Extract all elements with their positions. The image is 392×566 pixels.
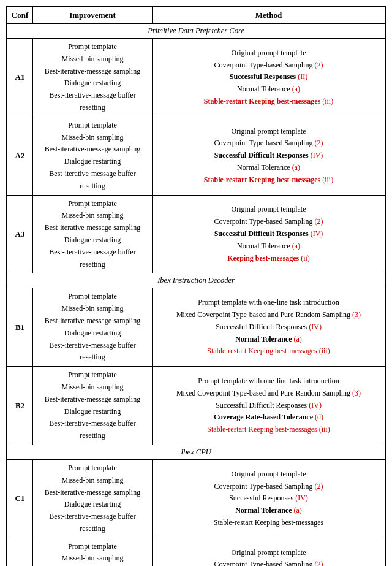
improvement-cell-A2: Prompt templateMissed-bin samplingBest-i…	[33, 117, 153, 195]
row-Primitive-Data-Prefetcher-Core-A1: A1Prompt templateMissed-bin samplingBest…	[7, 39, 385, 117]
method-item: Stable-restart Keeping best-messages (ii…	[156, 424, 381, 436]
improvement-item: Dialogue restarting	[37, 406, 148, 418]
method-item: Stable-restart Keeping best-messages (ii…	[156, 345, 381, 358]
section-header-0: Primitive Data Prefetcher Core	[7, 24, 385, 39]
improvement-item: Prompt template	[37, 120, 148, 132]
conf-cell-C2: C2	[7, 538, 33, 566]
row-Ibex-Instruction-Decoder-B2: B2Prompt templateMissed-bin samplingBest…	[7, 367, 385, 445]
method-item: Successful Difficult Responses (IV)	[156, 228, 381, 240]
improvement-item: Prompt template	[37, 41, 148, 53]
data-table: Conf Improvement Method Primitive Data P…	[7, 7, 385, 566]
improvement-item: Best-iterative-message buffer resetting	[37, 418, 148, 442]
improvement-item: Best-iterative-message buffer resetting	[37, 511, 148, 535]
method-item: Prompt template with one-line task intro…	[156, 297, 381, 309]
table-header-row: Conf Improvement Method	[7, 7, 385, 24]
method-cell-B2: Prompt template with one-line task intro…	[153, 367, 385, 445]
improvement-cell-C2: Prompt templateMissed-bin samplingBest-i…	[33, 538, 153, 566]
section-header-2: Ibex CPU	[7, 445, 385, 459]
method-item: Normal Tolerance (a)	[156, 505, 381, 517]
conf-cell-A2: A2	[7, 117, 33, 195]
method-item: Original prompt template	[156, 547, 381, 559]
method-item: Normal Tolerance (a)	[156, 83, 381, 96]
method-item: Successful Responses (II)	[156, 71, 381, 83]
main-table-container: Conf Improvement Method Primitive Data P…	[6, 6, 386, 566]
improvement-item: Best-iterative-message buffer resetting	[37, 340, 148, 364]
improvement-item: Best-iterative-message sampling	[37, 222, 148, 234]
method-item: Successful Difficult Responses (IV)	[156, 150, 381, 162]
method-cell-A3: Original prompt templateCoverpoint Type-…	[153, 195, 385, 273]
method-item: Coverpoint Type-based Sampling (2)	[156, 137, 381, 150]
section-title-0: Primitive Data Prefetcher Core	[7, 24, 385, 39]
section-header-1: Ibex Instruction Decoder	[7, 273, 385, 288]
improvement-item: Missed-bin sampling	[37, 381, 148, 394]
method-cell-C2: Original prompt templateCoverpoint Type-…	[153, 538, 385, 566]
improvement-item: Best-iterative-message buffer resetting	[37, 90, 148, 114]
improvement-item: Missed-bin sampling	[37, 303, 148, 315]
improvement-item: Best-iterative-message buffer resetting	[37, 168, 148, 193]
method-item: Normal Tolerance (a)	[156, 240, 381, 253]
method-item: Stable-restart Keeping best-messages (ii…	[156, 96, 381, 108]
method-cell-A2: Original prompt templateCoverpoint Type-…	[153, 117, 385, 195]
section-title-2: Ibex CPU	[7, 445, 385, 459]
improvement-cell-C1: Prompt templateMissed-bin samplingBest-i…	[33, 459, 153, 538]
method-item: Stable-restart Keeping best-messages (ii…	[156, 174, 381, 186]
method-item: Coverpoint Type-based Sampling (2)	[156, 59, 381, 72]
improvement-item: Missed-bin sampling	[37, 210, 148, 222]
method-item: Original prompt template	[156, 468, 381, 481]
header-conf: Conf	[7, 7, 33, 24]
method-item: Coverpoint Type-based Sampling (2)	[156, 481, 381, 493]
header-method: Method	[153, 7, 385, 24]
header-improvement: Improvement	[33, 7, 153, 24]
row-Ibex-CPU-C1: C1Prompt templateMissed-bin samplingBest…	[7, 459, 385, 538]
method-cell-A1: Original prompt templateCoverpoint Type-…	[153, 39, 385, 117]
method-item: Successful Difficult Responses (IV)	[156, 321, 381, 334]
improvement-item: Dialogue restarting	[37, 499, 148, 511]
improvement-item: Best-iterative-message sampling	[37, 394, 148, 406]
improvement-cell-A1: Prompt templateMissed-bin samplingBest-i…	[33, 39, 153, 117]
improvement-item: Prompt template	[37, 462, 148, 475]
row-Ibex-CPU-C2: C2Prompt templateMissed-bin samplingBest…	[7, 538, 385, 566]
method-item: Coverpoint Type-based Sampling (2)	[156, 216, 381, 228]
improvement-item: Prompt template	[37, 198, 148, 210]
row-Primitive-Data-Prefetcher-Core-A3: A3Prompt templateMissed-bin samplingBest…	[7, 195, 385, 273]
section-title-1: Ibex Instruction Decoder	[7, 273, 385, 288]
improvement-item: Dialogue restarting	[37, 234, 148, 247]
improvement-item: Best-iterative-message sampling	[37, 315, 148, 327]
method-cell-C1: Original prompt templateCoverpoint Type-…	[153, 459, 385, 538]
improvement-cell-A3: Prompt templateMissed-bin samplingBest-i…	[33, 195, 153, 273]
conf-cell-A3: A3	[7, 195, 33, 273]
conf-cell-B1: B1	[7, 288, 33, 367]
method-item: Coverage Rate-based Tolerance (d)	[156, 411, 381, 424]
improvement-item: Prompt template	[37, 369, 148, 381]
method-item: Mixed Coverpoint Type-based and Pure Ran…	[156, 388, 381, 400]
method-item: Original prompt template	[156, 47, 381, 59]
method-item: Normal Tolerance (a)	[156, 334, 381, 346]
row-Primitive-Data-Prefetcher-Core-A2: A2Prompt templateMissed-bin samplingBest…	[7, 117, 385, 195]
improvement-item: Best-iterative-message sampling	[37, 487, 148, 499]
improvement-item: Dialogue restarting	[37, 77, 148, 90]
improvement-item: Prompt template	[37, 291, 148, 303]
method-item: Normal Tolerance (a)	[156, 162, 381, 174]
improvement-item: Dialogue restarting	[37, 156, 148, 168]
improvement-item: Dialogue restarting	[37, 327, 148, 340]
conf-cell-A1: A1	[7, 39, 33, 117]
method-item: Prompt template with one-line task intro…	[156, 375, 381, 388]
conf-cell-B2: B2	[7, 367, 33, 445]
improvement-item: Missed-bin sampling	[37, 132, 148, 144]
method-item: Original prompt template	[156, 204, 381, 216]
improvement-cell-B1: Prompt templateMissed-bin samplingBest-i…	[33, 288, 153, 367]
improvement-item: Best-iterative-message sampling	[37, 66, 148, 78]
improvement-cell-B2: Prompt templateMissed-bin samplingBest-i…	[33, 367, 153, 445]
table-body: Primitive Data Prefetcher CoreA1Prompt t…	[7, 24, 385, 567]
method-cell-B1: Prompt template with one-line task intro…	[153, 288, 385, 367]
improvement-item: Missed-bin sampling	[37, 53, 148, 66]
method-item: Coverpoint Type-based Sampling (2)	[156, 559, 381, 566]
improvement-item: Missed-bin sampling	[37, 475, 148, 487]
method-item: Mixed Coverpoint Type-based and Pure Ran…	[156, 309, 381, 321]
method-item: Keeping best-messages (ii)	[156, 253, 381, 265]
improvement-item: Best-iterative-message sampling	[37, 143, 148, 156]
improvement-item: Best-iterative-message buffer resetting	[37, 247, 148, 271]
method-item: Original prompt template	[156, 126, 381, 138]
improvement-item: Prompt template	[37, 541, 148, 553]
method-item: Stable-restart Keeping best-messages	[156, 517, 381, 529]
